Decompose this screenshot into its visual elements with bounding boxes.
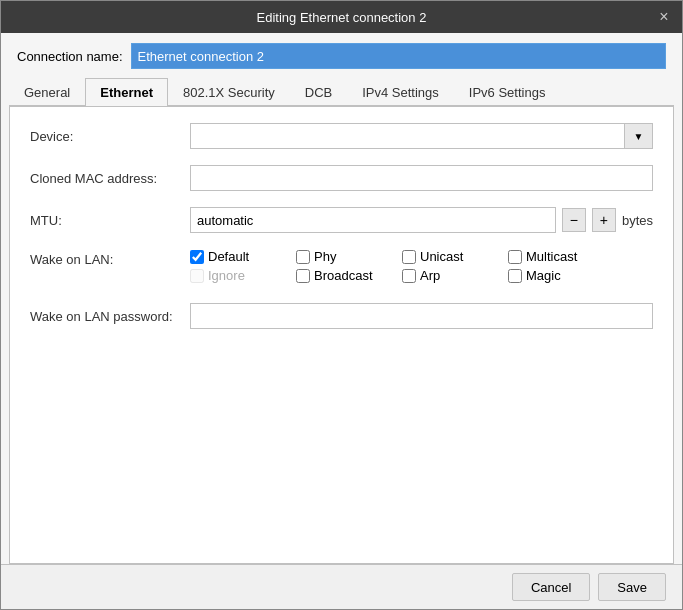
tabs-bar: General Ethernet 802.1X Security DCB IPv… [9,77,674,106]
wol-row-2: Ignore Broadcast Arp Magic [190,268,653,283]
save-button[interactable]: Save [598,573,666,601]
wol-phy-label: Phy [314,249,336,264]
cloned-mac-row: Cloned MAC address: [30,165,653,191]
wol-magic-checkbox[interactable] [508,269,522,283]
wol-options: Default Phy Unicast Multicast [190,249,653,287]
mtu-label: MTU: [30,213,190,228]
dialog: Editing Ethernet connection 2 × Connecti… [0,0,683,610]
wol-default-checkbox[interactable] [190,250,204,264]
mtu-minus-button[interactable]: − [562,208,586,232]
tab-general[interactable]: General [9,78,85,106]
wol-broadcast: Broadcast [296,268,386,283]
wol-password-input[interactable] [190,303,653,329]
tab-content: Device: ▼ Cloned MAC address: MTU: − + b… [9,106,674,564]
wol-label: Wake on LAN: [30,249,190,267]
wol-phy: Phy [296,249,386,264]
tab-8021x[interactable]: 802.1X Security [168,78,290,106]
wol-default-label: Default [208,249,249,264]
wol-unicast-checkbox[interactable] [402,250,416,264]
cloned-mac-input[interactable] [190,165,653,191]
cancel-button[interactable]: Cancel [512,573,590,601]
wol-multicast: Multicast [508,249,598,264]
wol-row-1: Default Phy Unicast Multicast [190,249,653,264]
tab-ethernet[interactable]: Ethernet [85,78,168,106]
wol-password-label: Wake on LAN password: [30,309,190,324]
device-input[interactable] [190,123,625,149]
wol-arp: Arp [402,268,492,283]
mtu-control: − + bytes [190,207,653,233]
wol-multicast-checkbox[interactable] [508,250,522,264]
wol-unicast: Unicast [402,249,492,264]
wol-magic-label: Magic [526,268,561,283]
wol-ignore: Ignore [190,268,280,283]
wol-arp-checkbox[interactable] [402,269,416,283]
mtu-input[interactable] [190,207,556,233]
wol-password-row: Wake on LAN password: [30,303,653,329]
bottom-bar: Cancel Save [1,564,682,609]
wol-multicast-label: Multicast [526,249,577,264]
connection-name-input[interactable] [131,43,666,69]
cloned-mac-control [190,165,653,191]
titlebar: Editing Ethernet connection 2 × [1,1,682,33]
wol-unicast-label: Unicast [420,249,463,264]
wol-ignore-checkbox[interactable] [190,269,204,283]
mtu-unit: bytes [622,213,653,228]
tab-ipv4[interactable]: IPv4 Settings [347,78,454,106]
device-dropdown-button[interactable]: ▼ [625,123,653,149]
connection-name-row: Connection name: [1,33,682,77]
cloned-mac-label: Cloned MAC address: [30,171,190,186]
device-row: Device: ▼ [30,123,653,149]
wol-ignore-label: Ignore [208,268,245,283]
wol-broadcast-checkbox[interactable] [296,269,310,283]
connection-name-label: Connection name: [17,49,123,64]
wol-arp-label: Arp [420,268,440,283]
mtu-plus-button[interactable]: + [592,208,616,232]
device-label: Device: [30,129,190,144]
mtu-row: MTU: − + bytes [30,207,653,233]
wol-password-control [190,303,653,329]
wol-broadcast-label: Broadcast [314,268,373,283]
close-button[interactable]: × [654,7,674,27]
dialog-title: Editing Ethernet connection 2 [257,10,427,25]
device-combo: ▼ [190,123,653,149]
wol-default: Default [190,249,280,264]
wol-row: Wake on LAN: Default Phy Unicast [30,249,653,287]
wol-magic: Magic [508,268,598,283]
tab-dcb[interactable]: DCB [290,78,347,106]
wol-phy-checkbox[interactable] [296,250,310,264]
tab-ipv6[interactable]: IPv6 Settings [454,78,561,106]
